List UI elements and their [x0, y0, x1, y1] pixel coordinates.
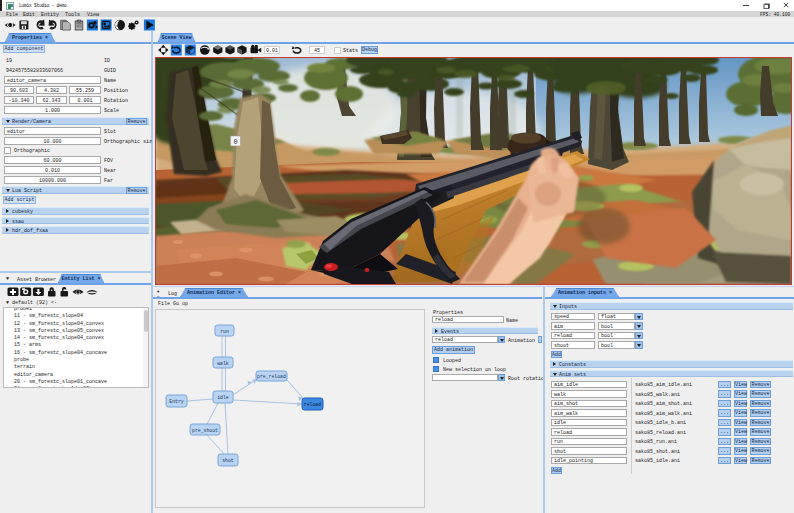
svg-text:pre_shoot: pre_shoot	[192, 428, 218, 433]
svg-text:0: 0	[233, 138, 237, 146]
svg-text:reload: reload	[304, 402, 321, 407]
svg-text:walk: walk	[217, 361, 229, 366]
svg-text:idle: idle	[217, 395, 229, 400]
svg-text:shot: shot	[222, 458, 234, 463]
svg-text:run: run	[220, 329, 229, 334]
svg-text:pre_reload: pre_reload	[257, 374, 286, 379]
svg-text:Entry: Entry	[169, 399, 184, 404]
